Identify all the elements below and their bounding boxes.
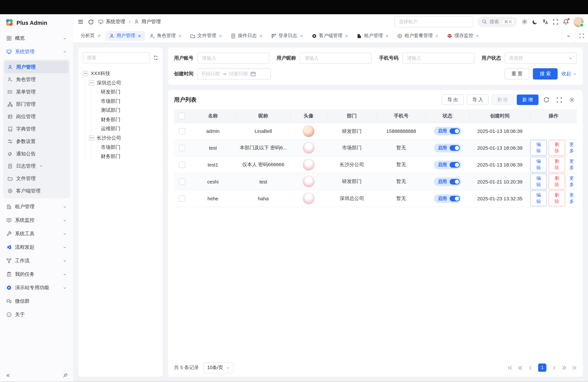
sidebar-item-position-management[interactable]: 岗位管理 [5,110,69,123]
tab-list-dropdown-icon[interactable] [562,29,575,42]
reset-button[interactable]: 重 置 [505,68,529,80]
collapse-toggle-icon[interactable] [89,135,94,141]
import-button[interactable]: 导 入 [467,95,488,105]
sidebar-item-overview[interactable]: 概览 [3,32,70,45]
row-checkbox[interactable] [179,128,185,134]
tenant-select[interactable] [394,16,473,27]
edit-button[interactable]: 编 辑 [530,174,547,189]
prev-pages-icon[interactable] [518,365,523,370]
row-checkbox[interactable] [179,161,185,168]
sidebar-item-workflow[interactable]: 工作流 [3,254,70,267]
tree-leaf-department[interactable]: 市场部门 [95,97,158,106]
collapse-toggle-icon[interactable] [83,71,88,76]
account-input[interactable] [201,55,265,61]
sidebar-item-about[interactable]: 关于 [3,308,70,321]
close-tab-icon[interactable] [299,34,303,38]
sidebar-item-dictionary-management[interactable]: 字典管理 [5,123,69,135]
pin-tab-icon[interactable] [97,34,101,38]
delete-button[interactable]: 删 除 [492,95,514,105]
tab-tenant-package-management[interactable]: 租户套餐管理 [393,31,442,41]
more-button[interactable]: 更多 [567,140,576,155]
tree-node-branch[interactable]: 长沙分公司 [89,133,158,143]
sidebar-item-client-management[interactable]: 客户端管理 [5,185,69,197]
table-row[interactable]: ceshi test 研发部门 暂无 启用 2025-01-21 10:20:3… [174,173,577,190]
sidebar-item-demo-features[interactable]: 演示站专用功能 [3,281,70,295]
tab-file-management[interactable]: 文件管理 [186,31,226,41]
table-refresh-icon[interactable] [542,95,551,105]
settings-gear-icon[interactable] [522,19,528,25]
tenant-select-input[interactable] [398,19,469,25]
sidebar-item-notice-announcement[interactable]: 通知公告 [5,147,69,160]
close-tab-icon[interactable] [435,34,439,38]
tab-client-management[interactable]: 客户端管理 [308,31,352,41]
tree-node-branch[interactable]: 深圳总公司 [89,78,158,87]
row-delete-button[interactable]: 删 除 [549,191,565,206]
sidebar-item-process-initiation[interactable]: 流程发起 [3,240,70,254]
table-settings-gear-icon[interactable] [567,95,577,105]
sidebar-item-wechat-group[interactable]: 微信群 [3,295,70,308]
table-fullscreen-icon[interactable] [554,95,564,105]
page-size-select[interactable]: 10条/页 [203,362,233,373]
row-checkbox[interactable] [179,145,185,151]
tree-leaf-department[interactable]: 测试部门 [95,106,158,115]
close-tab-icon[interactable] [137,34,141,38]
sidebar-item-parameter-settings[interactable]: 参数设置 [5,135,69,148]
close-tab-icon[interactable] [218,34,222,38]
hamburger-menu-icon[interactable] [78,19,84,25]
tab-cache-monitor[interactable]: 缓存监控 [443,31,483,41]
collapse-toggle-icon[interactable] [89,80,94,85]
breadcrumb-item[interactable]: 用户管理 [142,19,161,25]
table-row[interactable]: admin LinaBell 研发部门 15888888888 启用 2025-… [174,123,577,139]
date-range-picker[interactable]: 开始日期 结束日期 [197,68,271,80]
close-tab-icon[interactable] [385,34,389,38]
status-toggle[interactable] [449,145,460,150]
status-select[interactable]: 请选择 [505,52,577,64]
status-toggle[interactable] [449,179,460,184]
more-button[interactable]: 更多 [567,174,576,189]
add-button[interactable]: 新 增 [517,95,539,105]
first-page-icon[interactable] [508,365,513,370]
sidebar-item-tenant-management[interactable]: 租户管理 [3,200,70,213]
pin-sidebar-icon[interactable] [63,373,68,378]
tab-operation-log[interactable]: 操作日志 [227,31,266,41]
tab-role-management[interactable]: 角色管理 [146,31,185,41]
tab-user-management[interactable]: 用户管理 [105,31,145,41]
user-avatar[interactable] [573,17,583,27]
row-checkbox[interactable] [179,178,185,185]
status-toggle[interactable] [449,196,460,201]
sidebar-item-my-tasks[interactable]: 我的任务 [3,267,70,281]
notifications-bell-icon[interactable] [563,19,569,25]
close-tab-icon[interactable] [259,34,263,38]
row-delete-button[interactable]: 删 除 [549,157,565,172]
collapse-filters-link[interactable]: 收起 [561,71,577,77]
sidebar-item-system-tools[interactable]: 系统工具 [3,227,70,240]
next-page-icon[interactable] [552,365,556,370]
tree-node-company[interactable]: XXX科技 [83,69,158,78]
status-toggle[interactable] [449,162,460,168]
refresh-page-icon[interactable] [88,19,94,24]
select-all-checkbox[interactable] [179,113,185,119]
last-page-icon[interactable] [572,365,577,370]
row-delete-button[interactable]: 删 除 [549,174,565,189]
breadcrumb-item[interactable]: 系统管理 [106,19,125,25]
edit-button[interactable]: 编 辑 [530,191,547,206]
tab-tenant-management[interactable]: 租户管理 [353,31,393,41]
row-delete-button[interactable]: 删 除 [549,140,565,156]
current-page-button[interactable]: 1 [538,363,546,372]
tree-search-box[interactable] [83,52,150,64]
close-tab-icon[interactable] [345,34,348,38]
prev-page-icon[interactable] [528,365,533,370]
more-button[interactable]: 更多 [567,157,576,172]
table-row[interactable]: hehe haha 深圳总公司 暂无 启用 2025-01-23 13:32:3… [174,190,577,207]
tree-leaf-department[interactable]: 财务部门 [95,115,158,124]
sidebar-item-user-management[interactable]: 用户管理 [5,61,69,73]
tree-refresh-icon[interactable] [153,55,158,61]
nickname-input[interactable] [304,55,368,61]
sidebar-item-role-management[interactable]: 角色管理 [5,73,69,85]
next-pages-icon[interactable] [562,365,567,370]
sidebar-item-log-management[interactable]: 日志管理 [5,160,69,172]
sidebar-item-file-management[interactable]: 文件管理 [5,172,69,185]
tab-fullscreen-icon[interactable] [575,29,588,42]
phone-input[interactable] [406,55,470,61]
app-logo-row[interactable]: Plus Admin [0,14,73,31]
